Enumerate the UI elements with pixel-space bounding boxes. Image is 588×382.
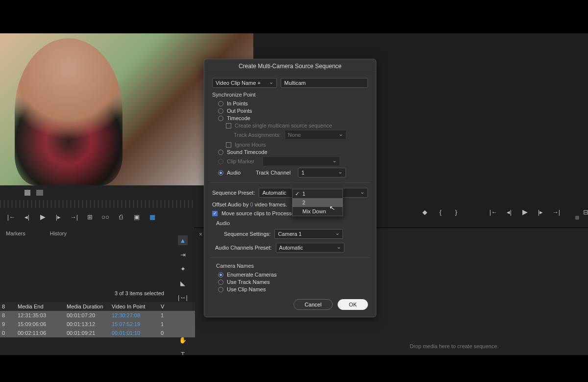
track-channel-label: Track Channel — [256, 170, 291, 176]
scrollbar-thumb[interactable] — [575, 216, 579, 220]
sequence-name-input[interactable]: Multicam — [281, 78, 368, 88]
track-select-tool-icon[interactable]: ⇥ — [178, 250, 188, 259]
track-channel-menu: 1 2 Mix Down — [292, 189, 343, 216]
comparison-icon[interactable]: ▦ — [148, 213, 157, 221]
col-header[interactable]: Media End — [18, 304, 67, 309]
time-ruler[interactable] — [0, 200, 196, 208]
step-forward-icon[interactable]: |▸ — [54, 213, 63, 221]
offset-frames-input[interactable]: 0 — [250, 202, 253, 207]
selection-count-label: 3 of 3 items selected — [115, 290, 164, 296]
chk-ignore-hours — [226, 142, 231, 148]
go-to-in-icon[interactable]: |← — [7, 213, 16, 221]
go-to-in-icon[interactable]: |← — [489, 208, 498, 216]
table-row[interactable]: 8 12:31:35:03 00:01:07:20 12:30:27:08 1 — [0, 311, 195, 320]
program-transport-controls: ◆ { } |← ◂| ▶ |▸ →| ⊟ ⧉ — [420, 208, 588, 216]
selection-tool-icon[interactable]: ▲ — [178, 235, 188, 245]
col-header[interactable]: V — [161, 304, 171, 309]
radio-timecode[interactable] — [218, 116, 223, 121]
chk-create-single — [226, 123, 231, 128]
create-multicam-dialog: Create Multi-Camera Source Sequence Vide… — [204, 59, 376, 317]
radio-enumerate-cameras[interactable] — [218, 272, 223, 278]
audio-sequence-settings-dropdown[interactable]: Camera 1 — [274, 229, 343, 239]
chk-move-source-clips[interactable] — [212, 211, 218, 216]
audio-channels-preset-dropdown[interactable]: Automatic — [276, 243, 344, 253]
clip-marker-dropdown — [263, 156, 340, 166]
add-marker-icon[interactable]: ◆ — [420, 208, 429, 216]
tab-markers[interactable]: Markers — [6, 230, 25, 236]
table-row[interactable]: 9 15:09:06:06 00:01:13:12 15:07:52:19 1 — [0, 320, 195, 329]
mark-in-icon[interactable]: { — [436, 208, 445, 216]
play-icon[interactable]: ▶ — [38, 213, 47, 221]
menu-item-2[interactable]: 2 — [293, 198, 343, 207]
cancel-button[interactable]: Cancel — [294, 299, 333, 310]
razor-tool-icon[interactable]: ◣ — [178, 278, 188, 288]
audio-section-label: Audio — [216, 220, 368, 226]
view-mode-icon[interactable] — [24, 190, 30, 196]
source-transport-controls: |← ◂| ▶ |▸ →| ⊞ ○○ ⎙ ▣ ▦ — [7, 213, 157, 221]
radio-clip-marker — [218, 159, 223, 164]
project-bin-table: 8 Media End Media Duration Video In Poin… — [0, 302, 195, 337]
col-header[interactable]: Media Duration — [67, 304, 112, 309]
camera-icon[interactable]: ▣ — [132, 213, 141, 221]
radio-use-track-names[interactable] — [218, 280, 223, 285]
menu-item-1[interactable]: 1 — [293, 189, 343, 198]
track-assignments-dropdown: None — [285, 130, 346, 140]
radio-use-clip-names[interactable] — [218, 287, 223, 292]
overwrite-icon[interactable]: ○○ — [101, 213, 110, 221]
play-icon[interactable]: ▶ — [520, 208, 529, 216]
export-frame-icon[interactable]: ⎙ — [117, 213, 125, 221]
step-back-icon[interactable]: ◂| — [23, 213, 31, 221]
go-to-out-icon[interactable]: →| — [552, 208, 561, 216]
project-panel-tabs: Markers History — [6, 230, 67, 236]
camera-names-label: Camera Names — [216, 263, 368, 269]
cursor-icon: ↖ — [329, 204, 336, 212]
radio-audio[interactable] — [218, 170, 223, 176]
slip-tool-icon[interactable]: |↔| — [178, 292, 188, 302]
radio-sound-timecode[interactable] — [218, 150, 223, 155]
step-back-icon[interactable]: ◂| — [505, 208, 514, 216]
radio-out-points[interactable] — [218, 108, 223, 114]
dialog-title: Create Multi-Camera Source Sequence — [204, 59, 376, 73]
col-header[interactable]: 8 — [0, 304, 18, 309]
step-forward-icon[interactable]: |▸ — [536, 208, 545, 216]
safe-margins-icon[interactable] — [36, 190, 43, 196]
clip-name-mode-dropdown[interactable]: Video Clip Name + — [212, 78, 277, 88]
close-panel-icon[interactable]: × — [199, 231, 202, 238]
ripple-edit-tool-icon[interactable]: ✦ — [178, 264, 188, 274]
track-channel-dropdown[interactable]: 1 — [298, 168, 346, 178]
go-to-out-icon[interactable]: →| — [70, 213, 78, 221]
sequence-preset-label: Sequence Preset: — [212, 190, 255, 196]
lift-icon[interactable]: ⊟ — [581, 208, 588, 216]
insert-icon[interactable]: ⊞ — [85, 213, 94, 221]
timeline-dropzone-hint: Drop media here to create sequence. — [410, 343, 499, 349]
ok-button[interactable]: OK — [338, 299, 368, 310]
sync-point-label: Synchronize Point — [212, 92, 368, 98]
tab-history[interactable]: History — [50, 230, 67, 236]
track-assignments-label: Track Assignments: — [234, 132, 281, 138]
mark-out-icon[interactable]: } — [452, 208, 461, 216]
timeline-toolbox: ▲ ⇥ ✦ ◣ |↔| ✎ ▭ ✋ T — [176, 233, 189, 359]
radio-in-points[interactable] — [218, 101, 223, 106]
table-row[interactable]: 0 00:02:11:06 00:01:09:21 00:01:01:10 0 — [0, 329, 195, 337]
col-header[interactable]: Video In Point — [112, 304, 161, 309]
